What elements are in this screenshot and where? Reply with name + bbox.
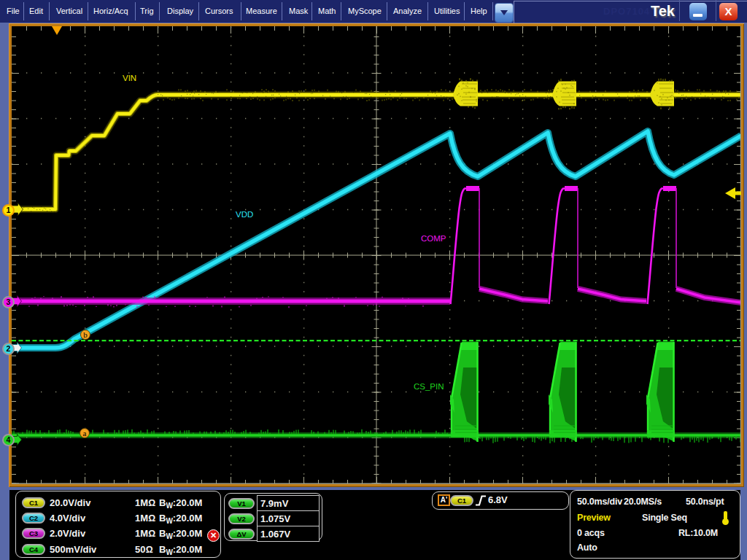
svg-text:COMP: COMP (421, 234, 446, 243)
svg-text:VIN: VIN (123, 74, 136, 82)
svg-text:CS_PIN: CS_PIN (414, 382, 444, 391)
svg-text:VDD: VDD (236, 210, 253, 219)
